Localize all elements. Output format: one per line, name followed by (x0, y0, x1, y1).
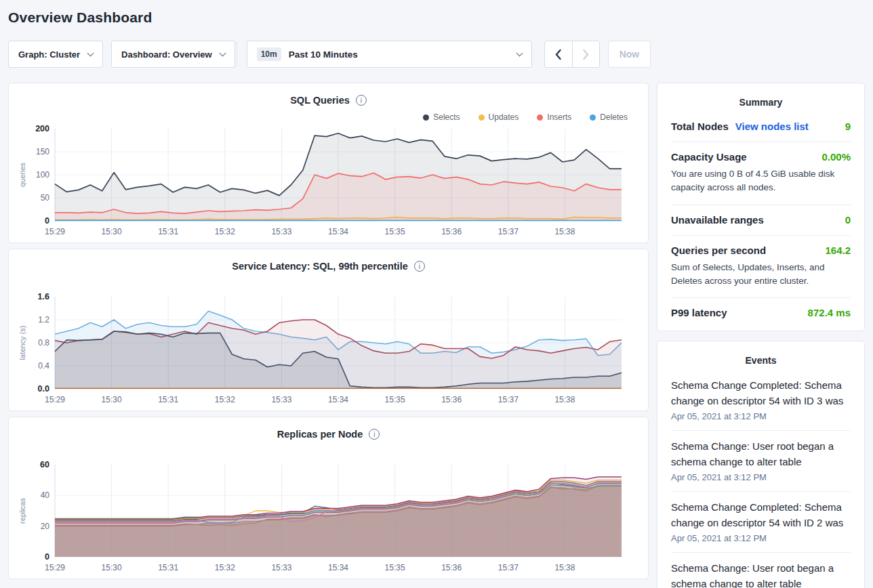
legend-item-inserts: Inserts (537, 112, 571, 122)
chart-header: SQL Queries (17, 91, 640, 109)
summary-value: 0.00% (821, 151, 851, 163)
overview-dashboard-page: Overview Dashboard Graph: Cluster Dashbo… (0, 9, 873, 588)
now-button[interactable]: Now (608, 41, 651, 68)
chevron-down-icon (219, 49, 226, 56)
info-icon[interactable] (414, 261, 425, 272)
summary-label: Unavailable ranges (671, 214, 764, 226)
svg-text:0.8: 0.8 (38, 338, 49, 348)
svg-text:queries: queries (18, 162, 26, 187)
svg-text:15:36: 15:36 (441, 563, 462, 572)
summary-row-queries-per-second: Queries per second 164.2 Sum of Selects,… (671, 236, 851, 299)
chart-header: Replicas per Node (17, 425, 640, 443)
svg-text:replicas: replicas (18, 498, 26, 524)
chevron-down-icon (87, 49, 94, 56)
event-item: Schema Change: User root began a schema … (671, 430, 851, 491)
service-latency-chart[interactable]: 15:2915:3015:3115:3215:3315:3415:3515:36… (17, 293, 640, 405)
svg-text:15:31: 15:31 (158, 563, 178, 572)
chevron-right-icon (582, 49, 590, 60)
svg-text:0: 0 (45, 552, 49, 562)
svg-text:20: 20 (41, 522, 50, 531)
legend-dot (590, 114, 596, 121)
svg-text:15:34: 15:34 (328, 227, 348, 236)
svg-text:15:34: 15:34 (328, 563, 348, 572)
svg-text:15:33: 15:33 (271, 395, 291, 404)
svg-text:15:33: 15:33 (271, 563, 291, 572)
svg-text:15:33: 15:33 (271, 227, 291, 236)
summary-row-unavailable-ranges: Unavailable ranges 0 (671, 205, 851, 236)
svg-text:15:38: 15:38 (554, 563, 575, 572)
event-timestamp: Apr 05, 2021 at 3:12 PM (671, 411, 851, 421)
svg-text:1.6: 1.6 (38, 293, 49, 301)
divider (237, 42, 237, 66)
svg-text:15:37: 15:37 (498, 563, 519, 572)
svg-text:0: 0 (45, 216, 49, 226)
time-window-dropdown[interactable]: 10m Past 10 Minutes (247, 41, 532, 68)
chart-title: SQL Queries (290, 95, 350, 106)
svg-text:15:32: 15:32 (215, 227, 235, 236)
summary-label: Total Nodes (671, 121, 729, 132)
svg-text:50: 50 (41, 193, 50, 203)
event-message: Schema Change Completed: Schema change o… (671, 500, 851, 530)
svg-text:0.4: 0.4 (38, 361, 49, 371)
summary-value: 164.2 (825, 245, 851, 256)
svg-text:15:37: 15:37 (498, 227, 519, 236)
event-message: Schema Change: User root began a schema … (671, 561, 851, 588)
svg-text:15:29: 15:29 (45, 227, 65, 236)
summary-row-total-nodes: Total Nodes View nodes list 9 (671, 112, 851, 142)
chart-card-sql-queries: SQL Queries Selects Updates Inserts Dele… (8, 83, 649, 243)
summary-row-capacity-usage: Capacity Usage 0.00% You are using 0 B o… (671, 142, 851, 205)
chart-header: Service Latency: SQL, 99th percentile (17, 257, 640, 275)
replicas-per-node-chart[interactable]: 15:2915:3015:3115:3215:3315:3415:3515:36… (17, 461, 640, 573)
svg-text:15:30: 15:30 (102, 227, 122, 236)
sql-queries-chart[interactable]: 15:2915:3015:3115:3215:3315:3415:3515:36… (17, 125, 640, 237)
next-time-window-button[interactable] (572, 41, 599, 67)
summary-subtext: Sum of Selects, Updates, Inserts, and De… (671, 261, 851, 289)
dashboard-controls: Graph: Cluster Dashboard: Overview 10m P… (8, 41, 865, 68)
chevron-left-icon (554, 49, 562, 60)
legend-dot (423, 114, 429, 121)
legend-item-updates: Updates (479, 112, 519, 122)
svg-text:40: 40 (41, 490, 50, 500)
events-panel: Events Schema Change Completed: Schema c… (657, 341, 865, 588)
time-window-badge: 10m (257, 47, 281, 61)
svg-text:latency (s): latency (s) (18, 326, 26, 360)
summary-title: Summary (671, 97, 851, 108)
svg-text:15:36: 15:36 (441, 227, 462, 236)
legend-dot (479, 114, 485, 121)
info-icon[interactable] (369, 429, 380, 440)
svg-text:15:35: 15:35 (385, 563, 405, 572)
previous-time-window-button[interactable] (545, 41, 572, 67)
graph-dropdown[interactable]: Graph: Cluster (8, 41, 103, 68)
summary-label: P99 latency (671, 307, 727, 318)
summary-label: Capacity Usage (671, 151, 747, 163)
svg-text:100: 100 (36, 170, 49, 180)
page-title: Overview Dashboard (8, 9, 873, 26)
summary-label: Queries per second (671, 245, 766, 256)
summary-panel: Summary Total Nodes View nodes list 9 Ca… (657, 83, 865, 331)
svg-text:15:29: 15:29 (45, 563, 65, 572)
event-timestamp: Apr 05, 2021 at 3:12 PM (671, 472, 851, 482)
chart-legend: Selects Updates Inserts Deletes (17, 111, 640, 123)
event-message: Schema Change Completed: Schema change o… (671, 378, 851, 408)
charts-column: SQL Queries Selects Updates Inserts Dele… (8, 83, 649, 579)
dashboard-dropdown[interactable]: Dashboard: Overview (111, 41, 235, 68)
svg-text:150: 150 (36, 147, 49, 156)
summary-value: 872.4 ms (808, 307, 851, 318)
svg-text:15:38: 15:38 (554, 395, 575, 404)
svg-text:1.2: 1.2 (38, 315, 49, 324)
summary-value: 0 (845, 214, 851, 226)
chart-card-replicas-per-node: Replicas per Node 15:2915:3015:3115:3215… (8, 417, 649, 579)
event-item: Schema Change Completed: Schema change o… (671, 370, 851, 430)
legend-dot (537, 114, 543, 121)
svg-text:15:36: 15:36 (441, 395, 462, 404)
svg-text:15:31: 15:31 (158, 395, 178, 404)
events-title: Events (671, 355, 851, 366)
dashboard-dropdown-label: Dashboard: Overview (121, 49, 212, 60)
info-icon[interactable] (356, 95, 367, 106)
dashboard-main: SQL Queries Selects Updates Inserts Dele… (8, 83, 865, 588)
view-nodes-list-link[interactable]: View nodes list (735, 121, 809, 132)
chart-card-service-latency: Service Latency: SQL, 99th percentile 15… (8, 249, 649, 411)
chart-title: Service Latency: SQL, 99th percentile (232, 261, 408, 272)
time-step-buttons (544, 41, 600, 68)
svg-text:15:32: 15:32 (215, 395, 235, 404)
